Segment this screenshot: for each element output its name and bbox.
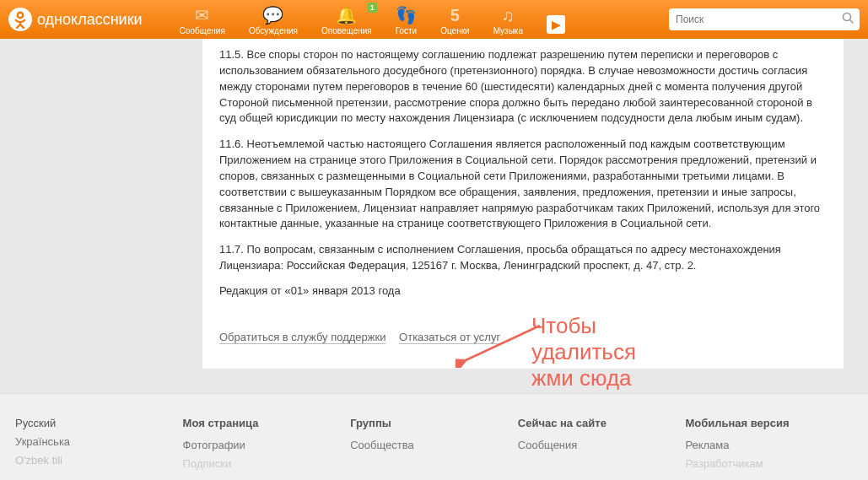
nav-discussions[interactable]: 💬 Обсуждения — [237, 3, 310, 39]
logo[interactable]: одноклассники — [8, 8, 143, 31]
footer-link-photos[interactable]: Фотографии — [183, 436, 351, 455]
search-container — [669, 8, 860, 30]
search-input[interactable] — [676, 13, 842, 25]
nav-label: Оповещения — [321, 26, 372, 35]
top-header: одноклассники ✉ Сообщения 💬 Обсуждения 🔔… — [0, 0, 868, 39]
nav-label: Музыка — [493, 26, 523, 35]
footer-col-groups: Группы Сообщества — [350, 414, 518, 473]
nav-label: Обсуждения — [249, 26, 298, 35]
search-icon[interactable] — [842, 12, 855, 27]
footer-head[interactable]: Мобильная версия — [685, 414, 853, 433]
rating-icon: 5 — [440, 6, 469, 24]
nav-notifications[interactable]: 🔔 1 Оповещения — [310, 3, 384, 39]
clause-11-7: 11.7. По вопросам, связанным с исполнени… — [219, 242, 827, 274]
agreement-content: 11.5. Все споры сторон по настоящему сог… — [202, 39, 844, 369]
chat-icon: 💬 — [249, 6, 298, 24]
lang-uz[interactable]: O'zbek tili — [15, 451, 183, 470]
footer: Русский Українська O'zbek tili Моя стран… — [0, 393, 868, 480]
nav-label: Гости — [396, 26, 417, 35]
main-area: 11.5. Все споры сторон по настоящему сог… — [0, 39, 868, 393]
lang-ua[interactable]: Українська — [15, 433, 183, 451]
main-nav: ✉ Сообщения 💬 Обсуждения 🔔 1 Оповещения … — [168, 0, 577, 39]
nav-music[interactable]: ♫ Музыка — [482, 3, 535, 39]
footer-link-dev[interactable]: Разработчикам — [685, 455, 853, 473]
support-link[interactable]: Обратиться в службу поддержки — [219, 331, 385, 344]
nav-messages[interactable]: ✉ Сообщения — [168, 3, 237, 39]
notification-badge: 1 — [368, 3, 377, 13]
envelope-icon: ✉ — [180, 6, 225, 24]
nav-ratings[interactable]: 5 Оценки — [429, 3, 481, 39]
footer-col-mobile: Мобильная версия Реклама Разработчикам — [685, 414, 853, 473]
footer-link-messages[interactable]: Сообщения — [518, 436, 686, 455]
page-background: 11.5. Все споры сторон по настоящему сог… — [0, 39, 868, 393]
logo-text: одноклассники — [37, 11, 143, 29]
svg-point-1 — [844, 13, 851, 21]
clause-11-6: 11.6. Неотъемлемой частью настоящего Сог… — [219, 137, 827, 232]
nav-video[interactable]: ▶ — [535, 8, 577, 39]
footer-languages: Русский Українська O'zbek tili — [15, 414, 183, 473]
footer-link-communities[interactable]: Сообщества — [350, 436, 518, 455]
footer-link-ads[interactable]: Реклама — [685, 436, 853, 455]
nav-label: Сообщения — [180, 26, 225, 35]
ok-logo-icon — [8, 8, 32, 31]
footer-head[interactable]: Моя страница — [183, 414, 351, 433]
decline-services-link[interactable]: Отказаться от услуг — [399, 331, 500, 344]
music-icon: ♫ — [493, 6, 523, 24]
search-box[interactable] — [669, 8, 860, 30]
svg-line-2 — [850, 20, 854, 24]
svg-point-0 — [18, 13, 23, 18]
footer-col-mypage: Моя страница Фотографии Подписки — [183, 414, 351, 473]
nav-label: Оценки — [440, 26, 469, 35]
bottom-links: Обратиться в службу поддержки Отказаться… — [219, 331, 827, 343]
footer-head[interactable]: Сейчас на сайте — [518, 414, 686, 433]
lang-ru[interactable]: Русский — [15, 414, 183, 433]
clause-11-5: 11.5. Все споры сторон по настоящему сог… — [219, 47, 827, 127]
footer-col-online: Сейчас на сайте Сообщения — [518, 414, 686, 473]
nav-guests[interactable]: 👣 Гости — [384, 3, 429, 39]
revision-date: Редакция от «01» января 2013 года — [219, 284, 827, 297]
footer-head[interactable]: Группы — [350, 414, 518, 433]
play-icon: ▶ — [547, 15, 565, 34]
footer-link-subs[interactable]: Подписки — [183, 455, 351, 473]
footsteps-icon: 👣 — [396, 6, 417, 24]
bell-icon: 🔔 — [321, 6, 372, 24]
